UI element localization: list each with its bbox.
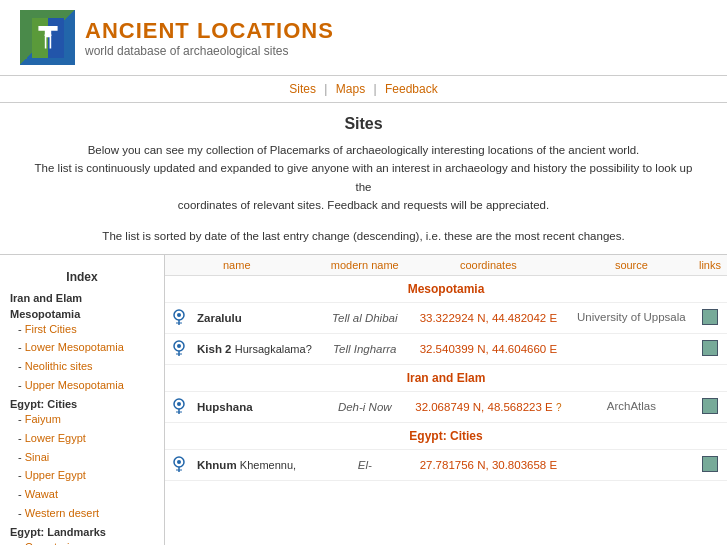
site-name: Hupshana <box>193 391 323 422</box>
row-icon-cell <box>165 391 193 422</box>
th-icon <box>165 255 193 276</box>
row-icon-cell <box>165 302 193 333</box>
question-mark: ? <box>556 402 562 413</box>
site-coordinates: 32.540399 N, 44.604660 E <box>407 333 570 364</box>
sidebar-section-meso-title: Mesopotamia <box>10 308 154 320</box>
nav-maps[interactable]: Maps <box>336 82 365 96</box>
logo-icon <box>20 10 75 65</box>
svg-point-3 <box>177 313 181 317</box>
link-icon[interactable] <box>702 398 718 414</box>
section-egypt-cities-label: Egypt: Cities <box>165 422 727 449</box>
sidebar-item-lower-egypt[interactable]: Lower Egypt <box>10 429 154 448</box>
sort-note: The list is sorted by date of the last e… <box>0 225 727 254</box>
site-source: ArchAtlas <box>570 391 693 422</box>
page-description: Below you can see my collection of Place… <box>0 141 727 225</box>
nav-bar: Sites | Maps | Feedback <box>0 76 727 103</box>
site-name: Kish 2 Hursagkalama? <box>193 333 323 364</box>
table-row: Khnum Khemennu, El- 27.781756 N, 30.8036… <box>165 449 727 480</box>
location-icon <box>170 308 188 326</box>
link-icon[interactable] <box>702 456 718 472</box>
table-header-row: name modern name coordinates source link… <box>165 255 727 276</box>
sidebar-section-iran-elam: Iran and Elam <box>10 292 154 304</box>
nav-sep2: | <box>374 82 377 96</box>
site-source <box>570 449 693 480</box>
logo-text: ANCIENT LOCATIONS world database of arch… <box>85 18 334 58</box>
site-coordinates: 32.068749 N, 48.568223 E ? <box>407 391 570 422</box>
main-layout: Index Iran and Elam Mesopotamia First Ci… <box>0 254 727 545</box>
sidebar-section-egypt-cities: Egypt: Cities Faiyum Lower Egypt Sinai U… <box>10 398 154 522</box>
site-modern-name: El- <box>323 449 407 480</box>
sidebar: Index Iran and Elam Mesopotamia First Ci… <box>0 255 165 545</box>
svg-point-5 <box>177 344 181 348</box>
logo-title: ANCIENT LOCATIONS <box>85 18 334 44</box>
page-header: ANCIENT LOCATIONS world database of arch… <box>0 0 727 76</box>
table-area: name modern name coordinates source link… <box>165 255 727 545</box>
table-row: Zaralulu Tell al Dhibai 33.322924 N, 44.… <box>165 302 727 333</box>
row-icon-cell <box>165 449 193 480</box>
sidebar-section-egypt-cities-title: Egypt: Cities <box>10 398 154 410</box>
link-icon[interactable] <box>702 309 718 325</box>
sidebar-section-egypt-landmarks: Egypt: Landmarks Cemeteries <box>10 526 154 545</box>
table-row: Hupshana Deh-i Now 32.068749 N, 48.56822… <box>165 391 727 422</box>
sidebar-item-wawat[interactable]: Wawat <box>10 485 154 504</box>
th-source: source <box>570 255 693 276</box>
sidebar-item-neolithic[interactable]: Neolithic sites <box>10 357 154 376</box>
section-iran-elam-label: Iran and Elam <box>165 364 727 391</box>
sidebar-item-cemeteries[interactable]: Cemeteries <box>10 538 154 545</box>
sites-table: name modern name coordinates source link… <box>165 255 727 481</box>
site-links <box>693 449 727 480</box>
sidebar-item-lower-meso[interactable]: Lower Mesopotamia <box>10 338 154 357</box>
th-modern-name: modern name <box>323 255 407 276</box>
site-source: University of Uppsala <box>570 302 693 333</box>
logo-subtitle: world database of archaeological sites <box>85 44 334 58</box>
site-modern-name: Tell Ingharra <box>323 333 407 364</box>
sidebar-section-mesopotamia: Mesopotamia First Cities Lower Mesopotam… <box>10 308 154 395</box>
sidebar-item-upper-egypt[interactable]: Upper Egypt <box>10 466 154 485</box>
svg-point-9 <box>177 460 181 464</box>
nav-sep1: | <box>324 82 327 96</box>
sidebar-item-faiyum[interactable]: Faiyum <box>10 410 154 429</box>
site-name: Khnum Khemennu, <box>193 449 323 480</box>
desc-line3: coordinates of relevant sites. Feedback … <box>30 196 697 214</box>
location-icon <box>170 397 188 415</box>
section-mesopotamia-label: Mesopotamia <box>165 275 727 302</box>
table-row: Kish 2 Hursagkalama? Tell Ingharra 32.54… <box>165 333 727 364</box>
sidebar-item-upper-meso[interactable]: Upper Mesopotamia <box>10 376 154 395</box>
logo: ANCIENT LOCATIONS world database of arch… <box>20 10 334 65</box>
sidebar-item-first-cities[interactable]: First Cities <box>10 320 154 339</box>
nav-feedback[interactable]: Feedback <box>385 82 438 96</box>
site-links <box>693 391 727 422</box>
nav-sites[interactable]: Sites <box>289 82 316 96</box>
desc-line2: The list is continuously updated and exp… <box>30 159 697 196</box>
location-icon <box>170 339 188 357</box>
row-icon-cell <box>165 333 193 364</box>
site-name: Zaralulu <box>193 302 323 333</box>
th-name: name <box>193 255 323 276</box>
svg-point-7 <box>177 402 181 406</box>
sidebar-title: Index <box>10 265 154 292</box>
site-source <box>570 333 693 364</box>
sidebar-item-western-desert[interactable]: Western desert <box>10 504 154 523</box>
site-modern-name: Tell al Dhibai <box>323 302 407 333</box>
desc-line1: Below you can see my collection of Place… <box>30 141 697 159</box>
th-coordinates: coordinates <box>407 255 570 276</box>
site-modern-name: Deh-i Now <box>323 391 407 422</box>
page-title: Sites <box>0 103 727 141</box>
site-coordinates: 27.781756 N, 30.803658 E <box>407 449 570 480</box>
site-links <box>693 302 727 333</box>
th-links: links <box>693 255 727 276</box>
section-iran-elam: Iran and Elam <box>165 364 727 391</box>
location-icon <box>170 455 188 473</box>
section-egypt-cities: Egypt: Cities <box>165 422 727 449</box>
sidebar-section-iran-title: Iran and Elam <box>10 292 154 304</box>
sidebar-item-sinai[interactable]: Sinai <box>10 448 154 467</box>
link-icon[interactable] <box>702 340 718 356</box>
site-links <box>693 333 727 364</box>
site-coordinates: 33.322924 N, 44.482042 E <box>407 302 570 333</box>
sidebar-section-egypt-landmarks-title: Egypt: Landmarks <box>10 526 154 538</box>
section-mesopotamia: Mesopotamia <box>165 275 727 302</box>
